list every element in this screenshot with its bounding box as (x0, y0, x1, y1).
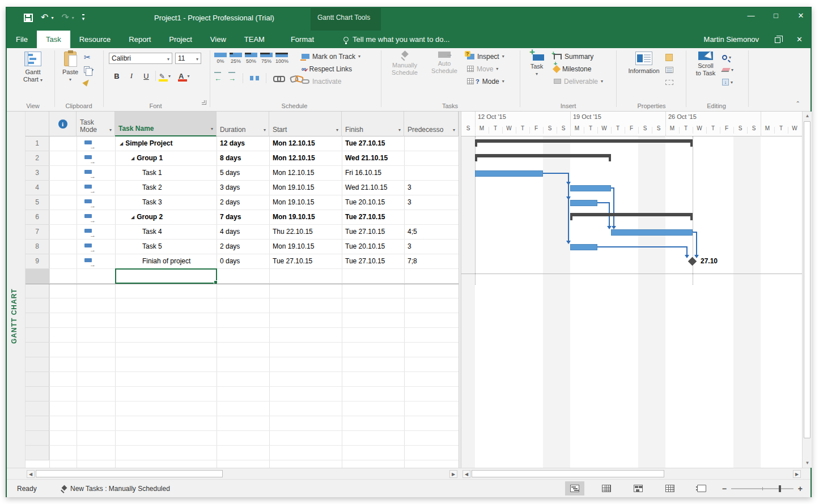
active-cell[interactable] (115, 268, 217, 284)
column-header-mode[interactable]: TaskMode▾ (77, 112, 115, 136)
customize-qat-icon[interactable]: ▾ (82, 14, 85, 22)
table-horizontal-scrollbar[interactable]: ◀ ▶ (26, 469, 459, 479)
save-icon[interactable] (24, 14, 33, 22)
task-bar[interactable] (570, 185, 611, 191)
percent-complete-75%-button[interactable]: 75% (260, 53, 273, 64)
cell-task-name[interactable]: Finiah of project (115, 254, 217, 269)
cell-task-name[interactable]: ◢Simple Project (115, 136, 217, 151)
row-number[interactable] (26, 269, 49, 284)
restore-window-icon[interactable] (775, 37, 780, 43)
gantt-scroll-thumb[interactable] (472, 470, 664, 477)
paste-button[interactable]: Paste ▾ (59, 52, 82, 83)
mode-button[interactable]: ? Mode ▾ (467, 76, 504, 86)
cell-duration[interactable]: 5 days (217, 166, 269, 181)
percent-complete-0%-button[interactable]: 0% (214, 53, 227, 64)
cell-predecessors[interactable]: 3 (404, 240, 459, 254)
tab-resource[interactable]: Resource (70, 31, 120, 48)
summary-bar[interactable] (475, 154, 611, 161)
add-to-timeline-button[interactable] (665, 78, 673, 87)
collapse-triangle-icon[interactable]: ◢ (131, 151, 134, 165)
row-number[interactable] (26, 387, 49, 402)
cell-start[interactable]: Mon 19.10.15 (269, 240, 342, 254)
insert-deliverable-button[interactable]: Deliverable ▾ (554, 76, 603, 86)
row-number[interactable]: 8 (26, 240, 49, 254)
cut-button[interactable]: ✂ (84, 53, 91, 62)
column-header-finish[interactable]: Finish▾ (342, 112, 404, 136)
notes-button[interactable] (665, 53, 673, 62)
tab-format[interactable]: Format (274, 31, 331, 48)
cell-start[interactable]: Tue 27.10.15 (269, 254, 342, 269)
tab-project[interactable]: Project (160, 31, 201, 48)
redo-button[interactable]: ↷ (61, 12, 69, 23)
row-number[interactable] (26, 328, 49, 343)
table-row[interactable]: 8→Task 52 daysMon 19.10.15Tue 20.10.153 (26, 240, 459, 254)
undo-button[interactable]: ↶ (41, 12, 48, 23)
percent-complete-50%-button[interactable]: 50% (245, 53, 257, 64)
cell-predecessors[interactable] (404, 166, 459, 181)
zoom-out-icon[interactable]: − (722, 484, 727, 493)
inactivate-button[interactable]: Inactivate (302, 76, 360, 86)
table-row[interactable] (26, 402, 459, 416)
task-bar[interactable] (475, 170, 543, 177)
cell-task-name[interactable]: Task 1 (115, 166, 217, 181)
insert-milestone-button[interactable]: Milestone (554, 64, 603, 74)
clear-button[interactable]: ▾ (722, 65, 733, 74)
cell-duration[interactable]: 8 days (217, 151, 269, 166)
cell-start[interactable]: Mon 12.10.15 (269, 166, 342, 181)
bold-button[interactable]: B (111, 72, 122, 80)
task-bar[interactable] (570, 200, 597, 206)
close-ribbon-icon[interactable]: ✕ (796, 35, 803, 44)
table-row[interactable] (26, 328, 459, 343)
cell-finish[interactable]: Tue 27.10.15 (342, 210, 404, 225)
column-header-info[interactable]: i (49, 112, 77, 136)
table-row[interactable] (26, 372, 459, 387)
font-dialog-launcher-icon[interactable] (202, 100, 206, 105)
unlink-tasks-icon[interactable] (290, 75, 300, 81)
italic-button[interactable]: I (126, 71, 137, 80)
gantt-scroll-left-icon[interactable]: ◀ (462, 470, 470, 478)
row-number[interactable] (26, 298, 49, 313)
collapse-triangle-icon[interactable]: ◢ (131, 210, 134, 224)
vertical-scrollbar[interactable]: ▲ ▼ (802, 112, 812, 468)
manually-schedule-button[interactable]: ManuallySchedule (384, 52, 425, 76)
scroll-up-icon[interactable]: ▲ (803, 112, 812, 121)
cell-start[interactable]: Mon 19.10.15 (269, 181, 342, 195)
table-row[interactable] (26, 387, 459, 402)
maximize-button[interactable]: □ (771, 11, 781, 20)
row-number[interactable]: 1 (26, 136, 49, 151)
table-row[interactable] (26, 431, 459, 446)
row-number[interactable] (26, 343, 49, 357)
highlight-dropdown-icon[interactable]: ▾ (168, 74, 171, 79)
cell-predecessors[interactable] (404, 136, 459, 151)
cell-duration[interactable]: 2 days (217, 195, 269, 210)
row-number[interactable]: 7 (26, 225, 49, 240)
view-team-planner-button[interactable] (629, 481, 648, 496)
table-row[interactable] (26, 416, 459, 431)
information-button[interactable]: Information (625, 52, 663, 75)
cell-predecessors[interactable]: 7;8 (404, 254, 459, 269)
zoom-in-icon[interactable]: + (798, 484, 803, 493)
copy-button[interactable]: ▾ (84, 65, 94, 74)
table-scroll-right-icon[interactable]: ▶ (449, 470, 457, 478)
font-size-select[interactable]: 11▾ (175, 53, 201, 64)
collapse-triangle-icon[interactable]: ◢ (120, 136, 123, 151)
cell-task-name[interactable]: Task 5 (115, 240, 217, 254)
highlight-color-button[interactable]: ✎ (159, 72, 165, 80)
cell-finish[interactable]: Tue 27.10.15 (342, 136, 404, 151)
cell-predecessors[interactable]: 4;5 (404, 225, 459, 240)
font-name-select[interactable]: Calibri▾ (109, 53, 172, 64)
format-painter-button[interactable] (84, 78, 90, 87)
redo-dropdown-icon[interactable]: ▾ (72, 15, 74, 20)
row-number[interactable] (26, 402, 49, 416)
table-row[interactable]: 2→◢Group 18 daysMon 12.10.15Wed 21.10.15 (26, 151, 459, 166)
row-number[interactable] (26, 313, 49, 328)
find-button[interactable]: ▾ (722, 53, 731, 62)
auto-schedule-button[interactable]: AutoSchedule (426, 52, 462, 75)
row-number[interactable]: 3 (26, 166, 49, 181)
task-bar[interactable] (570, 244, 597, 250)
cell-predecessors[interactable]: 3 (404, 181, 459, 195)
fill-button[interactable]: ↓▾ (722, 78, 733, 87)
table-row[interactable]: 1→◢Simple Project12 daysMon 12.10.15Tue … (26, 136, 459, 151)
tab-task[interactable]: Task (37, 31, 70, 48)
table-row[interactable] (26, 313, 459, 328)
